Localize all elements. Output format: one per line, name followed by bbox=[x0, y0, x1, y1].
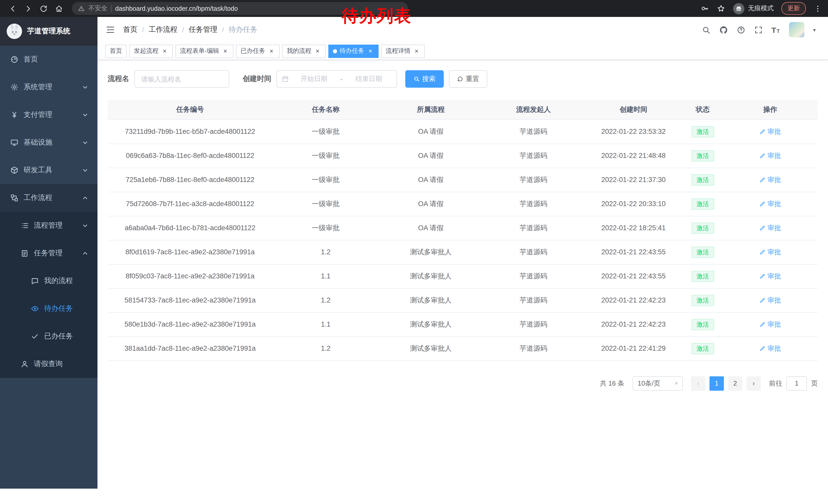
total-count: 共 16 条 bbox=[600, 379, 624, 388]
avatar[interactable] bbox=[789, 22, 804, 37]
status-badge: 激活 bbox=[692, 174, 714, 185]
tag-process-form-edit[interactable]: 流程表单-编辑× bbox=[175, 44, 234, 58]
key-icon[interactable] bbox=[700, 4, 709, 13]
sidebar-item-todo-task[interactable]: 待办任务 bbox=[0, 295, 97, 322]
approve-link[interactable]: 审批 bbox=[759, 295, 781, 305]
create-time-label: 创建时间 bbox=[243, 74, 272, 84]
chevron-down-icon bbox=[81, 166, 89, 174]
sidebar-item-leave-query[interactable]: 请假查询 bbox=[0, 350, 97, 378]
cell-starter: 芋道源码 bbox=[483, 288, 584, 312]
tag-home[interactable]: 首页 bbox=[105, 44, 127, 58]
eye-icon bbox=[31, 305, 39, 313]
approve-link[interactable]: 审批 bbox=[759, 199, 781, 209]
close-icon[interactable]: × bbox=[222, 47, 229, 55]
sidebar-item-infrastructure[interactable]: 基础设施 bbox=[0, 129, 97, 156]
prev-page-button[interactable]: ‹ bbox=[691, 376, 705, 391]
tag-label: 流程表单-编辑 bbox=[180, 47, 219, 55]
status-badge: 激活 bbox=[692, 270, 714, 282]
reset-button[interactable]: 重置 bbox=[449, 70, 487, 88]
tag-process-detail[interactable]: 流程详情× bbox=[381, 44, 425, 58]
sidebar-item-system[interactable]: 系统管理 bbox=[0, 73, 97, 101]
security-warning-icon bbox=[78, 5, 85, 12]
page-button-2[interactable]: 2 bbox=[728, 376, 742, 391]
goto-page-input[interactable] bbox=[786, 376, 807, 391]
sidebar-item-task-management[interactable]: 任务管理 bbox=[0, 239, 97, 267]
process-name-input[interactable] bbox=[134, 70, 229, 88]
approve-link[interactable]: 审批 bbox=[759, 175, 781, 184]
tag-my-process[interactable]: 我的流程× bbox=[282, 44, 326, 58]
approve-link[interactable]: 审批 bbox=[759, 272, 781, 281]
cell-process: OA 请假 bbox=[379, 144, 483, 168]
tag-done-task[interactable]: 已办任务× bbox=[236, 44, 280, 58]
github-icon[interactable] bbox=[719, 26, 728, 34]
sidebar-item-process-management[interactable]: 流程管理 bbox=[0, 212, 97, 239]
page-size-select[interactable]: 10条/页 ▾ bbox=[632, 376, 683, 391]
sidebar-item-label: 工作流程 bbox=[24, 193, 52, 202]
logo[interactable]: 芋道管理系统 bbox=[0, 17, 97, 46]
workflow-icon bbox=[10, 194, 18, 202]
cell-process: 测试多审批人 bbox=[379, 312, 483, 336]
cell-process: 测试多审批人 bbox=[379, 240, 483, 264]
chevron-down-icon[interactable]: ▾ bbox=[813, 27, 816, 33]
font-size-icon[interactable]: TT bbox=[771, 26, 780, 34]
sidebar-item-my-process[interactable]: 我的流程 bbox=[0, 267, 97, 295]
close-icon[interactable]: × bbox=[161, 47, 168, 55]
breadcrumb: 首页/工作流程/任务管理/待办任务 bbox=[123, 25, 257, 34]
next-page-button[interactable]: › bbox=[746, 376, 761, 391]
sidebar-item-label: 基础设施 bbox=[24, 138, 52, 147]
search-icon[interactable] bbox=[702, 26, 710, 34]
cell-status: 激活 bbox=[683, 216, 722, 240]
close-icon[interactable]: × bbox=[314, 47, 321, 55]
approve-link[interactable]: 审批 bbox=[759, 151, 781, 160]
cell-starter: 芋道源码 bbox=[483, 144, 584, 168]
approve-link[interactable]: 审批 bbox=[759, 344, 781, 353]
column-header: 流程发起人 bbox=[483, 100, 584, 120]
browser-back-button[interactable] bbox=[6, 2, 19, 15]
cell-status: 激活 bbox=[683, 264, 722, 288]
breadcrumb-item[interactable]: 工作流程 bbox=[149, 25, 177, 34]
browser-forward-button[interactable] bbox=[22, 2, 35, 15]
sidebar-toggle-button[interactable] bbox=[106, 25, 115, 34]
cell-action: 审批 bbox=[722, 312, 818, 336]
approve-link-label: 审批 bbox=[768, 199, 781, 209]
help-icon[interactable] bbox=[736, 26, 745, 34]
sidebar-item-payment[interactable]: 支付管理 bbox=[0, 101, 97, 129]
sidebar-item-done-task[interactable]: 已办任务 bbox=[0, 322, 97, 350]
table-row: 069c6a63-7b8a-11ec-8ef0-acde48001122一级审批… bbox=[108, 144, 818, 168]
approve-link[interactable]: 审批 bbox=[759, 247, 781, 257]
cell-id: 8f059c03-7ac8-11ec-a9e2-a2380e71991a bbox=[108, 264, 273, 288]
sidebar-item-home[interactable]: 首页 bbox=[0, 46, 97, 73]
browser-home-button[interactable] bbox=[52, 2, 66, 15]
sidebar-item-workflow[interactable]: 工作流程 bbox=[0, 184, 97, 212]
browser-menu-icon[interactable] bbox=[814, 4, 822, 12]
column-header: 任务名称 bbox=[273, 100, 379, 120]
approve-link[interactable]: 审批 bbox=[759, 127, 781, 136]
refresh-icon bbox=[457, 76, 463, 82]
browser-reload-button[interactable] bbox=[37, 2, 50, 15]
table-row: 580e1b3d-7ac8-11ec-a9e2-a2380e71991a1.1测… bbox=[108, 312, 818, 336]
tag-todo-task[interactable]: 待办任务× bbox=[328, 44, 379, 58]
cell-created: 2022-01-21 22:42:23 bbox=[584, 288, 683, 312]
approve-link[interactable]: 审批 bbox=[759, 223, 781, 232]
breadcrumb-item[interactable]: 任务管理 bbox=[189, 25, 217, 34]
close-icon[interactable]: × bbox=[367, 47, 374, 55]
browser-update-button[interactable]: 更新 bbox=[781, 2, 806, 15]
cell-status: 激活 bbox=[683, 168, 722, 192]
close-icon[interactable]: × bbox=[413, 47, 420, 55]
approve-link[interactable]: 审批 bbox=[759, 320, 781, 329]
tag-label: 已办任务 bbox=[241, 47, 265, 55]
close-icon[interactable]: × bbox=[268, 47, 275, 55]
tool-icon bbox=[10, 166, 18, 174]
cell-id: a6aba0a4-7b6d-11ec-b781-acde48001122 bbox=[108, 216, 273, 240]
edit-icon bbox=[759, 201, 766, 207]
sidebar-item-devtools[interactable]: 研发工具 bbox=[0, 156, 97, 184]
tag-start-process[interactable]: 发起流程× bbox=[129, 44, 173, 58]
fullscreen-icon[interactable] bbox=[754, 26, 762, 34]
date-range-picker[interactable]: 开始日期 - 结束日期 bbox=[277, 70, 397, 88]
page-button-1[interactable]: 1 bbox=[709, 376, 724, 391]
breadcrumb-separator: / bbox=[142, 26, 144, 34]
search-button[interactable]: 搜索 bbox=[405, 70, 444, 88]
breadcrumb-item[interactable]: 首页 bbox=[123, 25, 137, 34]
table-row: 8f0d1619-7ac8-11ec-a9e2-a2380e71991a1.2测… bbox=[108, 240, 818, 264]
star-icon[interactable] bbox=[717, 4, 726, 13]
